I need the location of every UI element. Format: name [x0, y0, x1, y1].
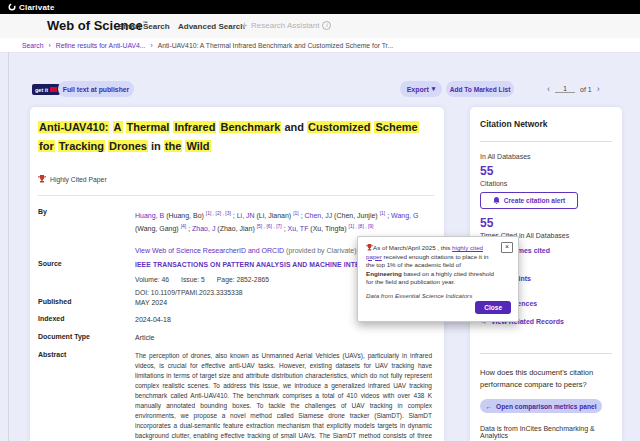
clarivate-swirl-icon [8, 3, 16, 11]
getit-badge[interactable]: get it [32, 84, 60, 95]
title-word: Drones [108, 140, 148, 152]
author-affiliation-sup[interactable]: [4] [181, 223, 187, 229]
export-label: Export [407, 86, 429, 93]
divider [480, 141, 612, 142]
authors-line: Huang, B (Huang, Bo) [1] , [2] , [3] ; L… [135, 208, 432, 235]
getit-red-icon [50, 87, 57, 92]
indexed-label: Indexed [38, 315, 135, 325]
nav-assistant-label: Research Assistant [251, 21, 319, 30]
trophy-icon [38, 175, 46, 183]
sparkle-icon [241, 22, 248, 29]
create-alert-label: Create citation alert [504, 197, 566, 204]
create-citation-alert-button[interactable]: Create citation alert [480, 192, 578, 209]
breadcrumb: Search › Refine results for Anti-UAV4...… [0, 38, 640, 53]
title-word: Wild [185, 140, 210, 152]
breadcrumb-sep-icon: › [151, 42, 153, 49]
author-affiliation-sup[interactable]: [5] , [6] , [7] [257, 223, 282, 229]
title-word: A [113, 121, 123, 133]
field-name: Engineering [366, 270, 402, 277]
title-word: Tracking [58, 140, 105, 152]
source-label: Source [38, 260, 135, 298]
web-of-science-page: Clarivate Web of Science™ Smart Search A… [0, 0, 640, 441]
page-number-input[interactable]: 1 [555, 85, 575, 93]
times-cited-count: 55 [480, 216, 612, 230]
highly-cited-label: Highly Cited Paper [50, 176, 107, 183]
chevron-left-icon[interactable]: ‹ [547, 84, 550, 94]
popup-text: As of March/April 2025 , this highly cit… [366, 244, 498, 287]
author-link[interactable]: Xu, TF [288, 226, 309, 233]
info-icon[interactable]: i [322, 21, 331, 30]
page-of-label: of 1 [580, 86, 592, 93]
esi-link[interactable]: Essential Science Indicators [395, 292, 472, 299]
divider [480, 353, 612, 354]
title-word: Anti-UAV410: [38, 121, 109, 133]
issue: Issue: 5 [181, 275, 205, 285]
incites-note: Data is from InCites Benchmarking & Anal… [480, 425, 612, 439]
by-label: By [38, 208, 135, 256]
title-word: and [284, 121, 304, 133]
title-word: in [151, 140, 161, 152]
abstract-row: Abstract The perception of drones, also … [38, 351, 432, 441]
abstract-text: The perception of drones, also known as … [135, 351, 432, 441]
chevron-right-icon[interactable]: › [597, 84, 600, 94]
left-divider [8, 52, 9, 441]
nav-advanced-search[interactable]: Advanced Search [178, 22, 245, 31]
bell-icon [493, 197, 500, 205]
pages: Page: 2852-2865 [217, 275, 269, 285]
in-all-databases-label: In All Databases [480, 153, 612, 160]
clarivate-topbar: Clarivate [0, 0, 640, 14]
author-affiliation-sup[interactable]: [1] [293, 210, 299, 216]
nav-research-assistant: Research Assistant i [241, 21, 331, 30]
highly-cited-row: Highly Cited Paper [38, 175, 107, 183]
doctype-label: Document Type [38, 333, 135, 343]
getit-label: get it [35, 87, 48, 93]
breadcrumb-search[interactable]: Search [22, 42, 44, 49]
article-title: Anti-UAV410: A Thermal Infrared Benchmar… [38, 118, 438, 156]
researcher-note: (provided by Clarivate) [286, 247, 356, 254]
app-header: Web of Science™ Smart Search Advanced Se… [0, 14, 640, 39]
breadcrumb-current: Anti-UAV410: A Thermal Infrared Benchmar… [158, 42, 393, 49]
highly-cited-popup: × As of March/April 2025 , this highly c… [357, 236, 519, 322]
open-comparison-panel-button[interactable]: ← Open comparison metrics panel [480, 399, 602, 413]
author-affiliation-sup[interactable]: [1] [380, 210, 386, 216]
citations-count: 55 [480, 164, 612, 178]
author-affiliation-sup[interactable]: [1] , [2] , [3] [206, 210, 231, 216]
add-to-marked-list-button[interactable]: Add To Marked List [446, 81, 514, 97]
popup-data-source: Data from Essential Science Indicators [366, 292, 498, 299]
popup-close-icon[interactable]: × [501, 242, 513, 253]
volume: Volume: 46 [135, 275, 169, 285]
author-link[interactable]: Huang, B [135, 212, 164, 219]
export-button[interactable]: Export ▾ [400, 81, 442, 97]
title-word: Thermal [126, 121, 171, 133]
divider [38, 195, 434, 196]
title-word: Infrared [173, 121, 216, 133]
author-link[interactable]: Wang, G [391, 212, 418, 219]
open-panel-label: Open comparison metrics panel [496, 403, 596, 410]
pagination: ‹ 1 of 1 › [547, 81, 600, 97]
full-text-button[interactable]: Full text at publisher [58, 81, 134, 97]
author-affiliation-sup[interactable]: [1] , [8] , [9] [349, 223, 374, 229]
caret-down-icon: ▾ [432, 85, 436, 93]
citations-label: Citations [480, 180, 612, 187]
title-word: the [164, 140, 183, 152]
clarivate-logo-text: Clarivate [19, 3, 55, 12]
popup-close-button[interactable]: Close [475, 301, 511, 314]
arrow-left-icon: ← [486, 403, 493, 410]
title-word: Benchmark [219, 121, 281, 133]
breadcrumb-sep-icon: › [49, 42, 51, 49]
author-link[interactable]: Zhao, J [192, 226, 215, 233]
breadcrumb-refine[interactable]: Refine results for Anti-UAV4... [56, 42, 146, 49]
doctype-value: Article [135, 333, 432, 343]
nav-smart-search[interactable]: Smart Search [118, 22, 170, 31]
clarivate-logo: Clarivate [8, 3, 55, 12]
citation-network-heading: Citation Network [480, 119, 612, 129]
doctype-row: Document Type Article [38, 333, 432, 343]
researcher-id-link[interactable]: View Web of Science ResearcherID and ORC… [135, 247, 284, 254]
trophy-icon [366, 244, 373, 251]
author-link[interactable]: Li, JN [237, 212, 255, 219]
title-word: for [38, 140, 55, 152]
title-word: Customized [307, 121, 371, 133]
author-link[interactable]: Chen, JJ [305, 212, 333, 219]
title-word: Scheme [374, 121, 418, 133]
published-label: Published [38, 298, 135, 308]
